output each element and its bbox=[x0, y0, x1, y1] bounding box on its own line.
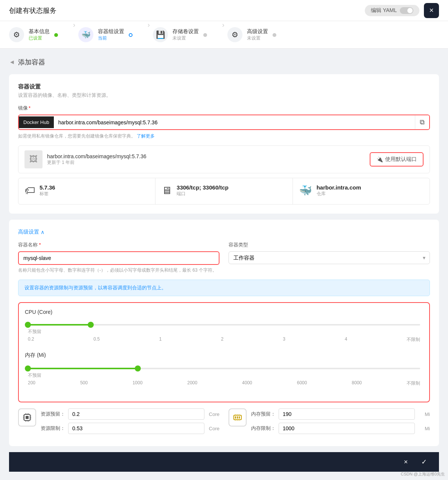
memory-slider-label: 内存 (Mi) bbox=[25, 352, 423, 359]
watermark: CSDN @上海运维0先生 bbox=[401, 471, 445, 477]
memory-thumb-2[interactable] bbox=[135, 365, 141, 371]
container-name-input[interactable] bbox=[18, 251, 219, 265]
cpu-icon bbox=[18, 408, 36, 426]
step-container-settings[interactable]: 🐳 容器组设置 当前 bbox=[78, 21, 145, 48]
form-group-name: 容器名称 * 名称只能包含小写字母、数字和连字符（-），必须以小写字母或数字开头… bbox=[18, 242, 219, 274]
help-link[interactable]: 了解更多 bbox=[137, 133, 155, 139]
container-type-select-wrapper: 工作容器 初始化容器 bbox=[229, 251, 430, 264]
step-divider-1: › bbox=[70, 21, 78, 48]
step-advanced-status: 未设置 bbox=[247, 35, 268, 41]
step-storage-icon: 💾 bbox=[153, 27, 168, 42]
tile-repo-value: harbor.intra.com bbox=[317, 184, 361, 191]
memory-thumb-1[interactable] bbox=[25, 365, 31, 371]
resource-inputs-section: 资源预留： Core 资源限制： Core bbox=[18, 408, 430, 437]
memory-icon bbox=[229, 408, 247, 426]
resource-banner: 设置容器的资源限制与资源预留，以将容器调度到合适的节点上。 bbox=[18, 280, 430, 296]
cpu-slider-box: CPU (Core) 不预留 0.2 0.5 1 2 3 bbox=[18, 302, 430, 402]
dark-bar-check-icon[interactable]: ✓ bbox=[418, 456, 430, 468]
default-port-button[interactable]: 🔌 使用默认端口 bbox=[370, 152, 424, 167]
cpu-resource-card: 资源预留： Core 资源限制： Core bbox=[18, 408, 219, 437]
cpu-reserve-input[interactable] bbox=[68, 408, 204, 420]
form-row-name-type: 容器名称 * 名称只能包含小写字母、数字和连字符（-），必须以小写字母或数字开头… bbox=[18, 242, 430, 274]
svg-rect-1 bbox=[26, 416, 29, 419]
yaml-toggle[interactable] bbox=[400, 7, 413, 14]
mem-reserve-input[interactable] bbox=[279, 408, 415, 420]
container-name-hint: 名称只能包含小写字母、数字和连字符（-），必须以小写字母或数字开头和结尾，最长 … bbox=[18, 267, 219, 274]
mem-limit-row: 内存限制： Mi bbox=[251, 423, 430, 434]
cpu-reserve-label: 资源预留： bbox=[41, 411, 65, 417]
image-label: 镜像* bbox=[18, 105, 430, 112]
step-advanced-info-text: 高级设置 未设置 bbox=[247, 28, 268, 41]
step-basic-status: 已设置 bbox=[29, 35, 50, 41]
chevron-up-icon: ∧ bbox=[41, 229, 44, 235]
close-button[interactable]: × bbox=[424, 3, 439, 18]
info-tile-repo: 🐳 harbor.intra.com 仓库 bbox=[293, 178, 430, 204]
page-content: ◄ 添加容器 容器设置 设置容器的镜像、名称、类型和计算资源。 镜像* Dock… bbox=[0, 49, 448, 480]
section-title: 添加容器 bbox=[18, 58, 45, 67]
step-advanced-icon: ⚙ bbox=[227, 27, 242, 42]
tile-tag-value: 5.7.36 bbox=[40, 184, 55, 191]
image-input[interactable] bbox=[54, 116, 415, 128]
mem-limit-input[interactable] bbox=[279, 423, 415, 434]
image-help-text: 如需使用私有镜像仓库，您需要先创建镜像仓库保密字典。 了解更多 bbox=[18, 133, 430, 139]
step-container-info-text: 容器组设置 当前 bbox=[98, 28, 124, 41]
image-preview-info: harbor.intra.com/baseimages/mysql:5.7.36… bbox=[47, 153, 146, 166]
svg-rect-17 bbox=[239, 416, 240, 419]
image-thumbnail: 🖼 bbox=[24, 150, 43, 168]
cpu-limit-row: 资源限制： Core bbox=[41, 423, 219, 434]
tile-port-label: 端口 bbox=[177, 191, 229, 197]
dark-bar-close-icon[interactable]: × bbox=[400, 456, 412, 468]
mem-limit-label: 内存限制： bbox=[251, 425, 276, 432]
card-title: 容器设置 bbox=[18, 83, 430, 90]
image-preview: 🖼 harbor.intra.com/baseimages/mysql:5.7.… bbox=[18, 145, 430, 173]
image-preview-left: 🖼 harbor.intra.com/baseimages/mysql:5.7.… bbox=[24, 150, 146, 168]
container-type-select[interactable]: 工作容器 初始化容器 bbox=[229, 251, 430, 264]
step-advanced[interactable]: ⚙ 高级设置 未设置 bbox=[227, 21, 288, 48]
tag-icon: 🏷 bbox=[24, 184, 35, 197]
memory-ticks: 200 500 1000 2000 4000 6000 8000 不限制 bbox=[28, 380, 420, 387]
step-advanced-name: 高级设置 bbox=[247, 28, 268, 35]
form-group-type: 容器类型 工作容器 初始化容器 bbox=[229, 242, 430, 274]
back-arrow[interactable]: ◄ bbox=[9, 59, 15, 66]
step-basic-indicator bbox=[54, 33, 58, 37]
memory-svg bbox=[232, 412, 243, 423]
cpu-reserve-row: 资源预留： Core bbox=[41, 408, 219, 420]
yaml-button[interactable]: 编辑 YAML bbox=[365, 5, 419, 16]
step-storage[interactable]: 💾 存储卷设置 未设置 bbox=[153, 21, 219, 48]
port-tile-icon: 🖥 bbox=[162, 184, 172, 197]
step-container-status: 当前 bbox=[98, 35, 124, 41]
cpu-slider-section: CPU (Core) 不预留 0.2 0.5 1 2 3 bbox=[25, 309, 423, 343]
mem-reserve-label: 内存预留： bbox=[251, 411, 276, 417]
cpu-thumb-2[interactable] bbox=[88, 322, 94, 328]
mem-reserve-unit: Mi bbox=[418, 411, 430, 417]
cpu-fill bbox=[28, 324, 91, 326]
image-search-icon[interactable]: ⧉ bbox=[415, 115, 429, 129]
tile-repo-label: 仓库 bbox=[317, 191, 361, 197]
memory-resource-card: 内存预留： Mi 内存限制： Mi bbox=[229, 408, 430, 437]
close-icon: × bbox=[429, 6, 434, 15]
port-icon: 🔌 bbox=[376, 156, 383, 162]
cpu-not-reserved: 不预留 bbox=[28, 329, 420, 335]
cpu-limit-input[interactable] bbox=[68, 423, 204, 434]
tile-port-value: 3306/tcp; 33060/tcp bbox=[177, 184, 229, 191]
image-updated: 更新于 1 年前 bbox=[47, 159, 146, 166]
steps-bar: ⚙ 基本信息 已设置 › 🐳 容器组设置 当前 › 💾 存储卷设置 未设置 › … bbox=[0, 21, 448, 49]
tile-tag-label: 标签 bbox=[40, 191, 55, 197]
step-container-name: 容器组设置 bbox=[98, 28, 124, 35]
image-preview-name: harbor.intra.com/baseimages/mysql:5.7.36 bbox=[47, 153, 146, 159]
svg-rect-16 bbox=[237, 416, 238, 419]
step-basic-info[interactable]: ⚙ 基本信息 已设置 bbox=[9, 21, 70, 48]
memory-track bbox=[28, 368, 420, 369]
advanced-toggle[interactable]: 高级设置 ∧ bbox=[18, 229, 430, 235]
step-divider-3: › bbox=[219, 21, 227, 48]
container-name-label: 容器名称 * bbox=[18, 242, 219, 248]
cpu-thumb-1[interactable] bbox=[25, 322, 31, 328]
step-storage-status: 未设置 bbox=[172, 35, 199, 41]
mem-reserve-row: 内存预留： Mi bbox=[251, 408, 430, 420]
section-header: ◄ 添加容器 bbox=[9, 58, 439, 67]
cpu-ticks: 0.2 0.5 1 2 3 4 不限制 bbox=[28, 336, 420, 343]
repo-icon: 🐳 bbox=[299, 184, 312, 197]
advanced-settings-card: 高级设置 ∧ 容器名称 * 名称只能包含小写字母、数字和连字符（-），必须以小写… bbox=[9, 220, 439, 446]
header: 创建有状态服务 编辑 YAML × bbox=[0, 0, 448, 21]
cpu-track bbox=[28, 324, 420, 326]
